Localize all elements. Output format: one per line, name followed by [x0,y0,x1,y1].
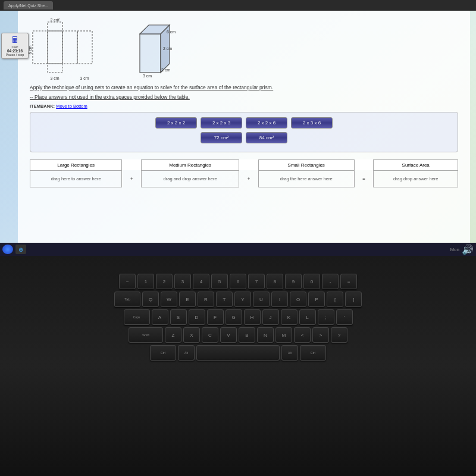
col-equals [354,159,374,170]
key-q[interactable]: Q [142,292,159,307]
laptop-screen: Apply/Net Quiz She... [0,0,476,256]
taskbar-browser[interactable]: ⊕ [15,245,26,254]
key-v[interactable]: V [220,327,237,343]
start-button[interactable] [2,245,13,254]
key-alt[interactable]: Alt [178,345,195,361]
svg-rect-1 [48,31,62,64]
key-1[interactable]: 1 [137,274,154,289]
key-alt-right[interactable]: Alt [281,345,298,361]
calc-icon: 🖩 [4,35,26,45]
key-m[interactable]: M [275,327,292,343]
key-4[interactable]: 4 [193,274,209,289]
key-tab[interactable]: Tab [114,292,140,307]
key-2[interactable]: 2 [156,274,173,289]
move-to-bottom-link[interactable]: Move to Bottom [56,104,87,109]
key-3[interactable]: 3 [174,274,191,289]
key-k[interactable]: K [281,309,298,325]
key-period[interactable]: > [312,327,329,343]
svg-text:2 cm: 2 cm [161,68,170,72]
item-84cm2[interactable]: 84 cm² [246,132,287,143]
key-a[interactable]: A [152,309,168,325]
key-s[interactable]: S [170,309,187,325]
key-ctrl-right[interactable]: Ctrl [300,345,326,361]
key-semicolon[interactable]: ; [318,309,334,325]
key-quote[interactable]: ' [336,309,353,325]
cell-medium[interactable]: drag and drop answer here [142,170,239,187]
equation-table: Large Rectangles Medium Rectangles Small… [30,159,458,187]
item-2x3x6[interactable]: 2 x 3 x 6 [291,117,333,129]
shape-left: 2 cm → 6 cm 3 cm 3 cm [30,19,107,79]
item-2x2x6[interactable]: 2 x 2 x 6 [246,117,287,129]
itembank-label: ITEMBANK: [30,104,55,109]
key-f[interactable]: F [207,309,224,325]
key-row-qwerty: Tab Q W E R T Y U I O P [ ] [6,292,470,307]
key-6[interactable]: 6 [230,274,246,289]
calculator-widget[interactable]: 🖩 Calc 04:23:16 Pause / stop [1,33,29,59]
key-comma[interactable]: < [294,327,311,343]
key-d[interactable]: D [189,309,205,325]
key-slash[interactable]: ? [331,327,347,343]
item-2x2x2[interactable]: 2 x 2 x 2 [155,117,197,129]
table-row: drag here to answer here + drag and drop… [30,170,458,187]
key-minus[interactable]: - [322,274,339,289]
taskbar-time: Mon [450,247,459,252]
key-equals[interactable]: = [340,274,357,289]
key-rbracket[interactable]: ] [345,292,362,307]
svg-rect-5 [77,31,92,64]
key-x[interactable]: X [183,327,200,343]
volume-icon[interactable]: 🔊 [462,244,474,255]
instruction-line2: -- Place answers not used in the extra s… [30,94,458,101]
cell-large[interactable]: drag here to answer here [30,170,122,187]
key-c[interactable]: C [202,327,218,343]
cell-plus2: + [239,170,259,187]
key-n[interactable]: N [257,327,274,343]
cell-equals: = [354,170,374,187]
key-lbracket[interactable]: [ [327,292,343,307]
key-o[interactable]: O [290,292,306,307]
key-w[interactable]: W [161,292,177,307]
svg-rect-11 [140,34,161,73]
item-2x2x3[interactable]: 2 x 2 x 3 [201,117,242,129]
key-e[interactable]: E [179,292,196,307]
key-0[interactable]: 0 [303,274,320,289]
shape-right: 6 cm 2 cm 3 cm 2 cm [131,19,184,79]
key-j[interactable]: J [262,309,279,325]
items-row-2: 72 cm² 84 cm² [37,132,450,143]
svg-text:2 cm: 2 cm [163,46,172,51]
key-r[interactable]: R [198,292,214,307]
key-g[interactable]: G [226,309,242,325]
key-t[interactable]: T [216,292,233,307]
key-z[interactable]: Z [165,327,181,343]
instruction-line1: Apply the technique of using nets to cre… [30,84,458,92]
key-i[interactable]: I [271,292,288,307]
key-7[interactable]: 7 [248,274,265,289]
col-plus1 [122,159,142,170]
cell-plus1: + [122,170,142,187]
key-y[interactable]: Y [234,292,251,307]
key-l[interactable]: L [299,309,316,325]
key-shift-left[interactable]: Shift [129,327,163,343]
key-caps[interactable]: Caps [124,309,150,325]
tab-label: Apply/Net Quiz She... [8,4,48,8]
keyboard: ~ 1 2 3 4 5 6 7 8 9 0 - = Tab Q W E R T … [6,274,470,464]
key-space[interactable] [196,345,280,361]
key-row-numbers: ~ 1 2 3 4 5 6 7 8 9 0 - = [6,274,470,289]
key-h[interactable]: H [244,309,261,325]
cell-result[interactable]: drag drop answer here [374,170,458,187]
key-u[interactable]: U [253,292,270,307]
key-5[interactable]: 5 [211,274,228,289]
key-p[interactable]: P [308,292,325,307]
key-b[interactable]: B [239,327,255,343]
item-72cm2[interactable]: 72 cm² [201,132,242,143]
key-8[interactable]: 8 [267,274,283,289]
svg-text:6 cm: 6 cm [28,45,32,54]
browser-tab[interactable]: Apply/Net Quiz She... [4,1,53,10]
svg-rect-2 [33,31,48,64]
key-row-asdf: Caps A S D F G H J K L ; ' [6,309,470,325]
key-ctrl[interactable]: Ctrl [150,345,176,361]
cell-small[interactable]: drag the here answer here [258,170,354,187]
key-tilde[interactable]: ~ [119,274,136,289]
key-9[interactable]: 9 [285,274,302,289]
browser-bar: Apply/Net Quiz She... [0,0,476,11]
svg-rect-3 [62,31,77,64]
